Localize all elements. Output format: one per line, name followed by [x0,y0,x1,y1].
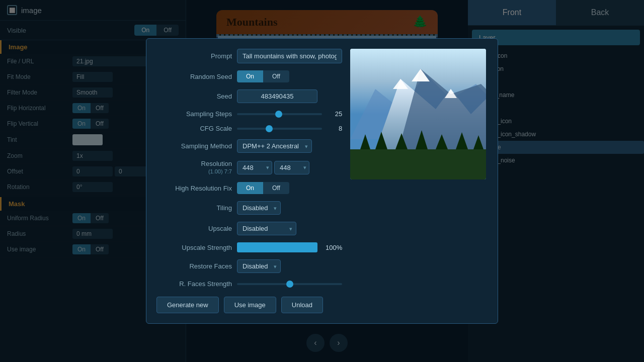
modal-left: Prompt Random Seed On Off Seed [156,49,342,313]
r-faces-slider-row [237,283,342,285]
r-faces-strength-label: R. Faces Strength [156,280,232,288]
random-seed-on[interactable]: On [237,70,263,82]
r-faces-strength-row: R. Faces Strength [156,280,342,288]
modal-dialog: Prompt Random Seed On Off Seed [146,38,498,324]
sampling-steps-val: 25 [327,110,342,118]
resolution-group: 448256512 448256512 [237,161,309,174]
high-res-off[interactable]: Off [263,182,289,194]
tiling-label: Tiling [156,204,232,212]
restore-faces-row: Restore Faces DisabledEnabled [156,259,342,273]
upscale-pct: 100% [326,244,342,251]
modal-grid: Prompt Random Seed On Off Seed [156,49,488,313]
r-faces-slider[interactable] [237,283,342,285]
sampling-method-row: Sampling Method DPM++ 2 Ancestral Euler … [156,139,342,153]
upscale-strength-row: Upscale Strength 100% [156,242,342,252]
upscale-bar [237,242,317,252]
upscale-label: Upscale [156,225,232,232]
resolution-row: Resolution (1.00) 7:7 448256512 44825651… [156,160,342,175]
high-res-row: High Resolution Fix On Off [156,182,342,194]
random-seed-off[interactable]: Off [263,70,289,82]
sampling-steps-row: Sampling Steps 25 [156,110,342,118]
random-seed-row: Random Seed On Off [156,70,342,82]
prompt-input[interactable] [237,49,342,63]
unload-btn[interactable]: Unload [281,297,323,313]
upscale-strength-label: Upscale Strength [156,244,232,251]
cfg-scale-row: CFG Scale 8 [156,125,342,132]
seed-row: Seed [156,89,342,103]
resolution-h-select[interactable]: 448256512 [274,161,309,174]
high-res-label: High Resolution Fix [156,185,232,192]
generate-new-btn[interactable]: Generate new [156,297,219,313]
high-res-on[interactable]: On [237,182,263,194]
use-image-btn[interactable]: Use image [224,297,276,313]
resolution-label: Resolution (1.00) 7:7 [156,160,232,175]
tiling-select[interactable]: DisabledEnabled [237,201,281,215]
modal-preview-image [350,49,486,179]
cfg-scale-slider[interactable] [237,128,322,130]
modal-right [350,49,491,313]
seed-label: Seed [156,93,232,100]
sampling-method-select[interactable]: DPM++ 2 Ancestral Euler Euler a DDIM [237,139,312,153]
upscale-select[interactable]: DisabledRealESRGANLanczos [237,222,296,235]
sampling-steps-label: Sampling Steps [156,110,232,118]
random-seed-toggle[interactable]: On Off [237,70,289,82]
cfg-scale-val: 8 [327,125,342,132]
high-res-toggle[interactable]: On Off [237,182,289,194]
tiling-row: Tiling DisabledEnabled [156,201,342,215]
random-seed-label: Random Seed [156,73,232,80]
resolution-w-select[interactable]: 448256512 [237,161,272,174]
modal-overlay: Prompt Random Seed On Off Seed [0,0,644,362]
sampling-method-label: Sampling Method [156,142,232,150]
restore-faces-label: Restore Faces [156,262,232,270]
prompt-row: Prompt [156,49,342,63]
seed-input[interactable] [237,89,317,103]
modal-buttons: Generate new Use image Unload [156,297,342,313]
upscale-row: Upscale DisabledRealESRGANLanczos [156,222,342,235]
prompt-label: Prompt [156,52,232,60]
sampling-steps-slider[interactable] [237,113,322,115]
sampling-method-wrapper: DPM++ 2 Ancestral Euler Euler a DDIM [237,139,312,153]
svg-rect-11 [350,149,486,179]
sampling-steps-slider-row: 25 [237,110,342,118]
cfg-scale-label: CFG Scale [156,125,232,132]
upscale-strength-group: 100% [237,242,342,252]
cfg-scale-slider-row: 8 [237,125,342,132]
resolution-hint: (1.00) 7:7 [208,168,232,174]
restore-faces-select[interactable]: DisabledEnabled [237,259,281,273]
